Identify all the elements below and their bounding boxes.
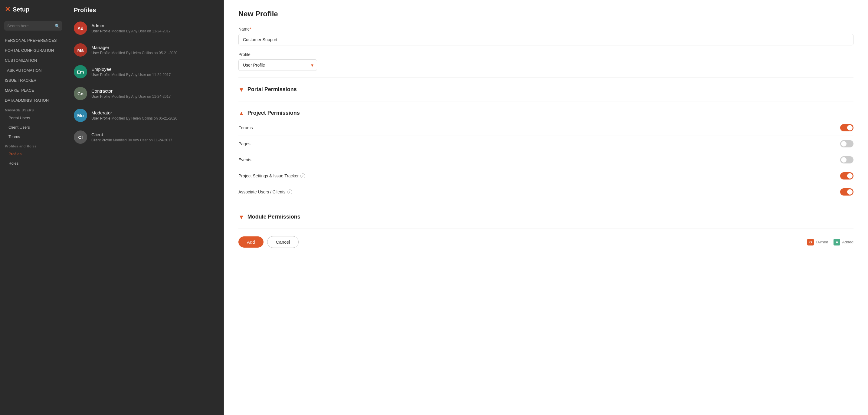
divider-2 xyxy=(239,101,854,101)
form-actions: Add Cancel xyxy=(239,236,299,248)
info-icon[interactable]: i xyxy=(287,189,292,194)
permission-rows-container: ForumsPagesEventsProject Settings & Issu… xyxy=(239,120,854,200)
toggle-thumb xyxy=(847,189,852,195)
sidebar-item-profiles[interactable]: Profiles xyxy=(0,149,67,158)
profile-name: Moderator xyxy=(91,110,177,115)
module-permissions-title: Module Permissions xyxy=(247,214,301,220)
add-button[interactable]: Add xyxy=(239,236,264,247)
sidebar-item-data-administration[interactable]: DATA ADMINISTRATION xyxy=(0,95,67,105)
toggle-switch[interactable] xyxy=(840,124,854,131)
toggle-thumb xyxy=(841,157,846,162)
module-permissions-section: ▼ Module Permissions xyxy=(239,210,854,224)
sidebar-item-customization[interactable]: CUSTOMIZATION xyxy=(0,55,67,65)
profile-meta: User Profile Modified By Any User on 11-… xyxy=(91,94,170,99)
search-container: 🔍 xyxy=(4,21,62,31)
added-badge: A xyxy=(834,239,840,245)
permission-row: Associate Users / Clientsi xyxy=(239,184,854,200)
sidebar-item-portal-users[interactable]: Portal Users xyxy=(0,113,67,123)
profile-name: Admin xyxy=(91,23,170,28)
name-label: Name* xyxy=(239,27,854,31)
permission-label: Forums xyxy=(239,125,253,130)
permission-row: Pages xyxy=(239,136,854,152)
divider-4 xyxy=(239,229,854,229)
avatar: Ad xyxy=(74,22,87,35)
list-item[interactable]: EmEmployeeUser Profile Modified By Any U… xyxy=(70,61,220,83)
sidebar-item-portal-configuration[interactable]: PORTAL CONFIGURATION xyxy=(0,46,67,55)
owned-label: Owned xyxy=(816,240,828,244)
sidebar-item-issue-tracker[interactable]: ISSUE TRACKER xyxy=(0,76,67,85)
toggle-track[interactable] xyxy=(840,140,854,147)
cancel-button[interactable]: Cancel xyxy=(267,236,299,248)
list-item[interactable]: MaManagerUser Profile Modified By Helen … xyxy=(70,39,220,61)
profile-meta: Client Profile Modified By Any User on 1… xyxy=(91,138,172,142)
permission-row: Project Settings & Issue Trackeri xyxy=(239,168,854,184)
app-logo-icon: ✕ xyxy=(5,5,10,13)
project-permissions-section: ▲ Project Permissions ForumsPagesEventsP… xyxy=(239,106,854,200)
avatar: Em xyxy=(74,65,87,79)
profile-select[interactable]: User ProfileClient ProfileAdmin Profile xyxy=(239,59,317,71)
list-item[interactable]: ClClientClient Profile Modified By Any U… xyxy=(70,126,220,148)
info-icon[interactable]: i xyxy=(301,173,305,178)
toggle-thumb xyxy=(841,141,846,147)
sidebar-item-roles[interactable]: Roles xyxy=(0,158,67,168)
added-label: Added xyxy=(842,240,854,244)
sidebar-item-personal-preferences[interactable]: PERSONAL PREFERENCES xyxy=(0,35,67,46)
list-item[interactable]: AdAdminUser Profile Modified By Any User… xyxy=(70,17,220,39)
collapse-portal-icon: ▼ xyxy=(239,87,244,93)
toggle-track[interactable] xyxy=(840,124,854,131)
avatar: Mo xyxy=(74,109,87,122)
toggle-track[interactable] xyxy=(840,156,854,164)
project-permissions-header[interactable]: ▲ Project Permissions xyxy=(239,106,854,120)
toggle-track[interactable] xyxy=(840,172,854,179)
module-permissions-header[interactable]: ▼ Module Permissions xyxy=(239,210,854,224)
avatar: Ma xyxy=(74,43,87,57)
divider-1 xyxy=(239,78,854,78)
permission-row: Forums xyxy=(239,120,854,136)
profile-name: Contractor xyxy=(91,88,170,93)
owned-badge: O xyxy=(807,239,814,245)
sidebar: ✕ Setup 🔍 PERSONAL PREFERENCES PORTAL CO… xyxy=(0,0,67,415)
profile-name: Client xyxy=(91,132,172,137)
profiles-list-panel: Profiles AdAdminUser Profile Modified By… xyxy=(67,0,224,415)
toggle-switch[interactable] xyxy=(840,156,854,164)
list-item[interactable]: MoModeratorUser Profile Modified By Hele… xyxy=(70,105,220,126)
profile-name: Employee xyxy=(91,67,170,72)
sidebar-item-marketplace[interactable]: MARKETPLACE xyxy=(0,85,67,95)
search-icon: 🔍 xyxy=(55,24,60,28)
portal-permissions-header[interactable]: ▼ Portal Permissions xyxy=(239,83,854,96)
permission-label: Associate Users / Clientsi xyxy=(239,189,292,194)
legend-owned: O Owned xyxy=(807,239,828,245)
toggle-thumb xyxy=(847,173,852,179)
page-title: New Profile xyxy=(239,10,854,18)
name-field-group: Name* xyxy=(239,27,854,46)
search-input[interactable] xyxy=(4,21,62,31)
profile-meta: User Profile Modified By Any User on 11-… xyxy=(91,72,170,77)
profile-select-wrapper: User ProfileClient ProfileAdmin Profile … xyxy=(239,59,317,71)
sidebar-item-client-users[interactable]: Client Users xyxy=(0,123,67,132)
permission-label: Pages xyxy=(239,141,250,146)
toggle-switch[interactable] xyxy=(840,188,854,196)
permission-label: Project Settings & Issue Trackeri xyxy=(239,173,305,178)
sidebar-section-manage-users: MANAGE USERS xyxy=(0,105,67,113)
project-permissions-title: Project Permissions xyxy=(247,110,300,116)
toggle-switch[interactable] xyxy=(840,172,854,179)
collapse-module-icon: ▼ xyxy=(239,214,244,220)
sidebar-item-task-automation[interactable]: TASK AUTOMATION xyxy=(0,65,67,76)
required-indicator: * xyxy=(250,27,251,31)
divider-3 xyxy=(239,205,854,205)
list-item[interactable]: CoContractorUser Profile Modified By Any… xyxy=(70,83,220,105)
new-profile-form: New Profile Name* Profile User ProfileCl… xyxy=(224,0,868,415)
toggle-track[interactable] xyxy=(840,188,854,196)
portal-permissions-section: ▼ Portal Permissions xyxy=(239,83,854,96)
form-button-row: Add Cancel O Owned A Added xyxy=(239,236,854,248)
avatar: Co xyxy=(74,87,87,100)
profile-name: Manager xyxy=(91,45,177,50)
profile-list: AdAdminUser Profile Modified By Any User… xyxy=(67,17,224,148)
toggle-thumb xyxy=(847,125,852,130)
toggle-switch[interactable] xyxy=(840,140,854,147)
profile-field-group: Profile User ProfileClient ProfileAdmin … xyxy=(239,52,854,71)
sidebar-section-profiles-roles: Profiles and Roles xyxy=(0,141,67,149)
name-input[interactable] xyxy=(239,34,854,46)
expand-project-icon: ▲ xyxy=(239,110,244,116)
sidebar-item-teams[interactable]: Teams xyxy=(0,132,67,141)
